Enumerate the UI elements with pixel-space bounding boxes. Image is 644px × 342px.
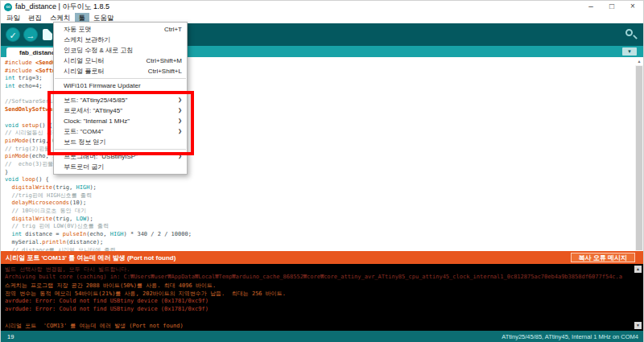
red-highlight-box (47, 91, 194, 155)
scrollbar-thumb[interactable] (636, 66, 642, 250)
menu-shortcut: Ctrl+Shift+L (148, 66, 182, 76)
menu-separator (55, 78, 186, 79)
menu-item[interactable]: WiFi101 Firmware Updater (54, 80, 187, 91)
menu-item-label: 인코딩 수정 & 새로 고침 (64, 45, 182, 56)
new-sketch-icon[interactable] (43, 29, 52, 40)
menu-item-label: 스케치 보관하기 (64, 35, 182, 45)
error-message: 시리얼 포트 'COM13' 를 여는데 에러 발생 (Port not fou… (6, 253, 175, 262)
magnifier-lens (625, 29, 633, 36)
title-bar: ∞ fab_distance | 아두이노 1.8.5 – □ × (1, 1, 643, 13)
menubar-item[interactable]: 편집 (24, 13, 46, 24)
console-panel: 빌드 선택사항 변경됨, 모두 다시 빌드합니다.Archiving built… (1, 264, 643, 331)
console-line: 스케치는 프로그램 저장 공간 2088 바이트(50%)를 사용. 최대 40… (5, 282, 634, 290)
menu-item[interactable]: 자동 포맷Ctrl+T (54, 24, 187, 35)
console-scroll-down-icon[interactable]: ▼ (634, 322, 642, 329)
menu-item[interactable]: 부트로더 굽기 (54, 162, 187, 172)
window-title: fab_distance | 아두이노 1.8.5 (15, 2, 109, 12)
console-line: Archiving built core (caching) in: C:₩Us… (5, 274, 634, 282)
magnifier-handle (633, 35, 638, 39)
console-scroll-up-icon[interactable]: ▲ (634, 266, 642, 273)
verify-button-icon[interactable]: ✓ (6, 27, 20, 42)
code-line: mySerial.println(distance); (5, 239, 634, 247)
menu-item-label: WiFi101 Firmware Updater (64, 80, 182, 91)
menubar-item[interactable]: 파일 (2, 13, 24, 24)
menu-item[interactable]: 인코딩 수정 & 새로 고침 (54, 45, 187, 56)
menu-item-label: 자동 포맷 (64, 24, 164, 35)
menu-shortcut: Ctrl+T (164, 24, 182, 35)
menu-item-label: 시리얼 모니터 (64, 56, 147, 66)
menu-item-label: 시리얼 플로터 (64, 66, 148, 76)
code-line: digitalWrite(trig, HIGH); (5, 184, 634, 192)
board-info: ATtiny25/45/85, ATtiny45, Internal 1 MHz… (502, 333, 638, 340)
arduino-ide-window: ∞ fab_distance | 아두이노 1.8.5 – □ × 파일편집스케… (0, 0, 644, 342)
console-output: 빌드 선택사항 변경됨, 모두 다시 빌드합니다.Archiving built… (5, 266, 634, 330)
code-line: void loop() { (5, 176, 634, 184)
menu-item-label: 부트로더 굽기 (64, 162, 182, 172)
upload-button-icon[interactable]: → (23, 27, 38, 42)
code-line: delayMicroseconds(10); (5, 200, 634, 208)
status-bar: 19 ATtiny25/45/85, ATtiny45, Internal 1 … (1, 331, 643, 342)
menu-item[interactable]: 스케치 보관하기 (54, 35, 187, 45)
console-line (5, 314, 634, 322)
code-line: // 10마이크로초 동안 대기 (5, 208, 634, 216)
console-line: 전역 변수는 동적 메모리 54바이트(21%)를 사용, 202바이트의 지역… (5, 290, 634, 298)
code-line: //trig핀에 HIGH신호를 출력 (5, 192, 634, 200)
error-status-bar: 시리얼 포트 'COM13' 를 여는데 에러 발생 (Port not fou… (1, 251, 643, 264)
maximize-icon[interactable]: □ (601, 1, 622, 13)
tab-list-icon[interactable]: ▼ (622, 47, 637, 56)
menu-item[interactable]: 시리얼 플로터Ctrl+Shift+L (54, 66, 187, 76)
window-controls: – □ × (580, 1, 643, 13)
editor-scrollbar[interactable]: ▲ (635, 57, 643, 251)
menu-shortcut: Ctrl+Shift+M (147, 56, 182, 66)
serial-monitor-icon[interactable] (625, 28, 638, 41)
code-line: // trig 핀에 LOW(0V)신호를 출력 (5, 223, 634, 231)
console-line: avrdude: Error: Could not find USBtiny d… (5, 298, 634, 306)
minimize-icon[interactable]: – (580, 1, 601, 13)
menu-item[interactable]: 시리얼 모니터Ctrl+Shift+M (54, 56, 187, 66)
console-line: avrdude: Error: Could not find USBtiny d… (5, 306, 634, 314)
console-line: 시리얼 포트 'COM13' 를 여는데 에러 발생 (Port not fou… (5, 322, 634, 330)
code-line: int distance = pulseIn(echo, HIGH) * 340… (5, 231, 634, 239)
copy-error-button[interactable]: 복사 오류 메시지 (571, 253, 635, 262)
code-line: digitalWrite(trig, LOW); (5, 216, 634, 224)
console-line: 빌드 선택사항 변경됨, 모두 다시 빌드합니다. (5, 266, 634, 274)
arduino-logo-icon: ∞ (4, 3, 12, 11)
scroll-up-icon[interactable]: ▲ (635, 57, 643, 65)
close-icon[interactable]: × (622, 1, 643, 13)
line-number: 19 (7, 333, 14, 340)
